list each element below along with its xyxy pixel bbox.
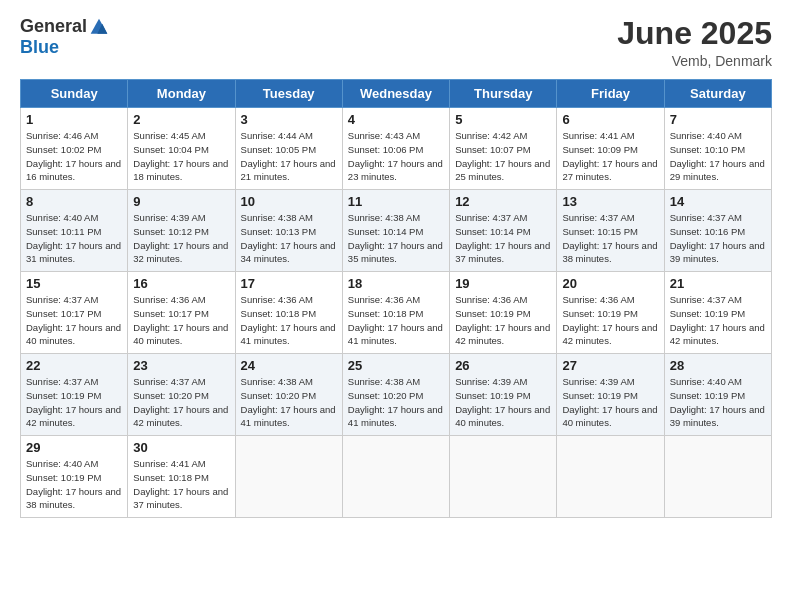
day-number: 23 [133,358,229,373]
calendar-day-cell: 28Sunrise: 4:40 AMSunset: 10:19 PMDaylig… [664,354,771,436]
day-number: 2 [133,112,229,127]
day-number: 16 [133,276,229,291]
day-info: Sunrise: 4:37 AMSunset: 10:19 PMDaylight… [26,376,121,428]
day-number: 11 [348,194,444,209]
day-info: Sunrise: 4:39 AMSunset: 10:12 PMDaylight… [133,212,228,264]
day-info: Sunrise: 4:44 AMSunset: 10:05 PMDaylight… [241,130,336,182]
day-number: 29 [26,440,122,455]
calendar-day-cell: 6Sunrise: 4:41 AMSunset: 10:09 PMDayligh… [557,108,664,190]
calendar-day-cell: 8Sunrise: 4:40 AMSunset: 10:11 PMDayligh… [21,190,128,272]
day-info: Sunrise: 4:37 AMSunset: 10:15 PMDaylight… [562,212,657,264]
calendar-day-cell: 29Sunrise: 4:40 AMSunset: 10:19 PMDaylig… [21,436,128,518]
calendar-day-cell: 24Sunrise: 4:38 AMSunset: 10:20 PMDaylig… [235,354,342,436]
calendar-day-cell: 2Sunrise: 4:45 AMSunset: 10:04 PMDayligh… [128,108,235,190]
calendar-week-row: 29Sunrise: 4:40 AMSunset: 10:19 PMDaylig… [21,436,772,518]
month-title: June 2025 [617,16,772,51]
calendar-day-cell: 17Sunrise: 4:36 AMSunset: 10:18 PMDaylig… [235,272,342,354]
day-info: Sunrise: 4:38 AMSunset: 10:20 PMDaylight… [348,376,443,428]
calendar-day-cell: 4Sunrise: 4:43 AMSunset: 10:06 PMDayligh… [342,108,449,190]
day-number: 27 [562,358,658,373]
day-number: 7 [670,112,766,127]
day-number: 15 [26,276,122,291]
day-number: 30 [133,440,229,455]
calendar-day-cell: 14Sunrise: 4:37 AMSunset: 10:16 PMDaylig… [664,190,771,272]
location: Vemb, Denmark [617,53,772,69]
calendar-week-row: 22Sunrise: 4:37 AMSunset: 10:19 PMDaylig… [21,354,772,436]
calendar-day-cell: 5Sunrise: 4:42 AMSunset: 10:07 PMDayligh… [450,108,557,190]
calendar-day-cell: 7Sunrise: 4:40 AMSunset: 10:10 PMDayligh… [664,108,771,190]
weekday-header-thursday: Thursday [450,80,557,108]
day-info: Sunrise: 4:36 AMSunset: 10:19 PMDaylight… [455,294,550,346]
day-number: 10 [241,194,337,209]
day-info: Sunrise: 4:40 AMSunset: 10:11 PMDaylight… [26,212,121,264]
day-number: 9 [133,194,229,209]
weekday-header-sunday: Sunday [21,80,128,108]
page: General Blue June 2025 Vemb, Denmark Sun… [0,0,792,612]
calendar-day-cell: 18Sunrise: 4:36 AMSunset: 10:18 PMDaylig… [342,272,449,354]
calendar-day-cell: 21Sunrise: 4:37 AMSunset: 10:19 PMDaylig… [664,272,771,354]
calendar-day-cell: 3Sunrise: 4:44 AMSunset: 10:05 PMDayligh… [235,108,342,190]
calendar-table: SundayMondayTuesdayWednesdayThursdayFrid… [20,79,772,518]
logo-blue-text: Blue [20,37,59,58]
calendar-day-cell: 10Sunrise: 4:38 AMSunset: 10:13 PMDaylig… [235,190,342,272]
calendar-week-row: 1Sunrise: 4:46 AMSunset: 10:02 PMDayligh… [21,108,772,190]
weekday-header-friday: Friday [557,80,664,108]
calendar-day-cell: 22Sunrise: 4:37 AMSunset: 10:19 PMDaylig… [21,354,128,436]
day-number: 20 [562,276,658,291]
day-info: Sunrise: 4:46 AMSunset: 10:02 PMDaylight… [26,130,121,182]
calendar-day-cell [450,436,557,518]
day-number: 14 [670,194,766,209]
day-number: 26 [455,358,551,373]
day-number: 5 [455,112,551,127]
day-info: Sunrise: 4:36 AMSunset: 10:17 PMDaylight… [133,294,228,346]
calendar-day-cell [235,436,342,518]
day-info: Sunrise: 4:37 AMSunset: 10:17 PMDaylight… [26,294,121,346]
day-info: Sunrise: 4:39 AMSunset: 10:19 PMDaylight… [455,376,550,428]
day-info: Sunrise: 4:37 AMSunset: 10:14 PMDaylight… [455,212,550,264]
day-info: Sunrise: 4:41 AMSunset: 10:18 PMDaylight… [133,458,228,510]
calendar-day-cell: 12Sunrise: 4:37 AMSunset: 10:14 PMDaylig… [450,190,557,272]
calendar-day-cell: 13Sunrise: 4:37 AMSunset: 10:15 PMDaylig… [557,190,664,272]
day-info: Sunrise: 4:36 AMSunset: 10:18 PMDaylight… [348,294,443,346]
day-number: 12 [455,194,551,209]
calendar-day-cell: 15Sunrise: 4:37 AMSunset: 10:17 PMDaylig… [21,272,128,354]
calendar-day-cell [342,436,449,518]
day-info: Sunrise: 4:43 AMSunset: 10:06 PMDaylight… [348,130,443,182]
calendar-day-cell [557,436,664,518]
day-number: 22 [26,358,122,373]
calendar-day-cell: 27Sunrise: 4:39 AMSunset: 10:19 PMDaylig… [557,354,664,436]
day-number: 19 [455,276,551,291]
calendar-day-cell [664,436,771,518]
calendar-week-row: 8Sunrise: 4:40 AMSunset: 10:11 PMDayligh… [21,190,772,272]
calendar-day-cell: 16Sunrise: 4:36 AMSunset: 10:17 PMDaylig… [128,272,235,354]
day-number: 13 [562,194,658,209]
logo-general-text: General [20,16,87,37]
calendar-week-row: 15Sunrise: 4:37 AMSunset: 10:17 PMDaylig… [21,272,772,354]
day-number: 28 [670,358,766,373]
day-number: 24 [241,358,337,373]
day-number: 4 [348,112,444,127]
calendar-header-row: SundayMondayTuesdayWednesdayThursdayFrid… [21,80,772,108]
day-info: Sunrise: 4:36 AMSunset: 10:19 PMDaylight… [562,294,657,346]
calendar-day-cell: 1Sunrise: 4:46 AMSunset: 10:02 PMDayligh… [21,108,128,190]
weekday-header-wednesday: Wednesday [342,80,449,108]
day-number: 25 [348,358,444,373]
day-info: Sunrise: 4:38 AMSunset: 10:13 PMDaylight… [241,212,336,264]
weekday-header-saturday: Saturday [664,80,771,108]
day-info: Sunrise: 4:40 AMSunset: 10:19 PMDaylight… [670,376,765,428]
day-number: 21 [670,276,766,291]
day-info: Sunrise: 4:38 AMSunset: 10:14 PMDaylight… [348,212,443,264]
day-info: Sunrise: 4:37 AMSunset: 10:19 PMDaylight… [670,294,765,346]
day-info: Sunrise: 4:37 AMSunset: 10:16 PMDaylight… [670,212,765,264]
weekday-header-tuesday: Tuesday [235,80,342,108]
title-section: June 2025 Vemb, Denmark [617,16,772,69]
calendar-day-cell: 26Sunrise: 4:39 AMSunset: 10:19 PMDaylig… [450,354,557,436]
day-info: Sunrise: 4:37 AMSunset: 10:20 PMDaylight… [133,376,228,428]
calendar-day-cell: 25Sunrise: 4:38 AMSunset: 10:20 PMDaylig… [342,354,449,436]
day-info: Sunrise: 4:36 AMSunset: 10:18 PMDaylight… [241,294,336,346]
day-info: Sunrise: 4:45 AMSunset: 10:04 PMDaylight… [133,130,228,182]
logo: General Blue [20,16,109,58]
calendar-day-cell: 23Sunrise: 4:37 AMSunset: 10:20 PMDaylig… [128,354,235,436]
logo-icon [89,17,109,37]
day-number: 17 [241,276,337,291]
